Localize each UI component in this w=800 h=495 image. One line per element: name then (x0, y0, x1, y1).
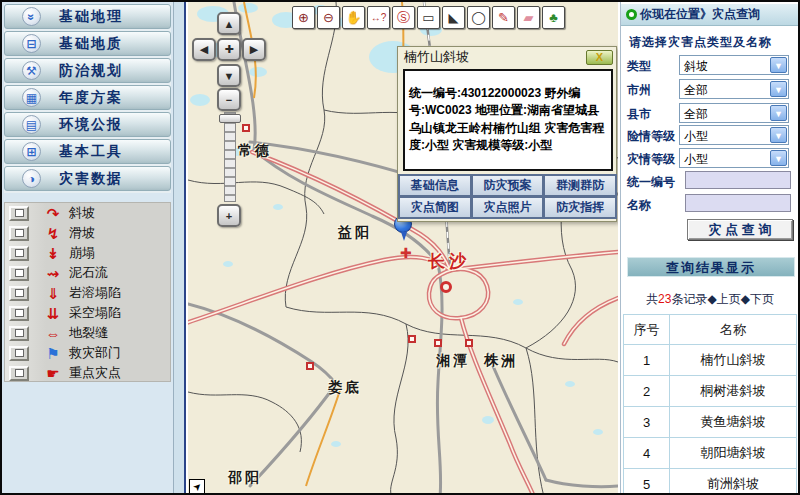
site-marker[interactable] (242, 124, 250, 132)
landslide-icon: ↯ (43, 226, 63, 241)
sidebar-item-prevention-planning[interactable]: ⚒ 防治规划 (4, 58, 171, 83)
measure-distance-button[interactable]: ↔? (367, 6, 390, 29)
form-title: 请选择灾害点类型及名称 (629, 34, 772, 51)
zoom-out-icon: ⊖ (323, 10, 334, 25)
basic-info-button[interactable]: 基础信息 (398, 174, 472, 197)
site-marker[interactable] (465, 339, 473, 347)
chevron-down-icon[interactable]: ▼ (770, 105, 787, 121)
layer-row-landslide: ↯ 滑坡 (5, 223, 170, 243)
city-label-changsha: 长沙 (428, 250, 470, 273)
layer-checkbox[interactable] (9, 346, 29, 361)
sidebar-item-label: 年度方案 (59, 89, 123, 107)
disaster-photo-button[interactable]: 灾点照片 (471, 196, 545, 219)
zoom-slider-handle[interactable] (219, 114, 241, 123)
rectangle-select-icon: ▭ (422, 10, 434, 25)
city-label-xiangtan: 湘潭 (436, 352, 470, 370)
site-marker[interactable] (306, 362, 314, 370)
pan-right-button[interactable]: ▶ (242, 38, 266, 61)
overview-arrow-icon[interactable]: ➤ (189, 479, 205, 494)
layer-checkbox[interactable] (9, 326, 29, 341)
select-polygon-button[interactable]: ◣ (442, 6, 465, 29)
sidebar-item-basic-geography[interactable]: » 基础地理 (4, 4, 171, 29)
pan-left-button[interactable]: ◀ (192, 38, 216, 61)
sidebar-item-basic-geology[interactable]: ⊟ 基础地质 (4, 31, 171, 56)
results-table: 序号 名称 1 楠竹山斜坡 2 桐树港斜坡 3 黄鱼塘斜坡 4 朝阳塘斜坡 (623, 314, 797, 495)
sidebar-item-label: 基本工具 (59, 143, 123, 161)
layer-checkbox[interactable] (9, 206, 29, 221)
chevron-down-icon[interactable]: ▼ (770, 81, 787, 97)
zoom-out-step-button[interactable]: − (217, 88, 241, 111)
mining-collapse-icon: ⇊ (43, 306, 63, 321)
result-row[interactable]: 2 桐树港斜坡 (624, 376, 797, 407)
draw-line-button[interactable]: ✎ (492, 6, 515, 29)
pan-down-button[interactable]: ▼ (217, 64, 241, 87)
zoom-in-tool-button[interactable]: ⊕ (292, 6, 315, 29)
group-monitoring-button[interactable]: 群测群防 (543, 174, 617, 197)
select-rectangle-button[interactable]: ▭ (417, 6, 440, 29)
chevron-down-icon[interactable]: ▼ (770, 57, 787, 73)
site-marker[interactable] (408, 335, 416, 343)
type-select[interactable]: 斜坡 ▼ (679, 55, 789, 75)
prefecture-select[interactable]: 全部 ▼ (679, 79, 789, 99)
sidebar-item-disaster-data[interactable]: ◑ 灾害数据 (4, 166, 171, 191)
zoom-slider[interactable] (224, 112, 236, 202)
scale-tool-button[interactable]: Ⓢ (392, 6, 415, 29)
chevron-down-icon[interactable]: ▼ (770, 127, 787, 143)
sidebar-item-environment-bulletin[interactable]: ▤ 环境公报 (4, 112, 171, 137)
eraser-button[interactable]: ▰ (517, 6, 540, 29)
record-count: 23 (658, 292, 671, 306)
layer-checkbox[interactable] (9, 246, 29, 261)
site-marker[interactable] (434, 339, 442, 347)
name-input[interactable] (685, 194, 791, 212)
sidebar-map-splitter[interactable] (174, 2, 186, 493)
layer-checkbox[interactable] (9, 286, 29, 301)
pencil-icon: ✎ (498, 10, 509, 25)
layer-checkbox[interactable] (9, 306, 29, 321)
scale-icon: Ⓢ (397, 9, 410, 27)
risk-level-select[interactable]: 小型 ▼ (679, 125, 789, 145)
city-label-loudi: 娄底 (328, 379, 362, 397)
sidebar-item-annual-plan[interactable]: ▦ 年度方案 (4, 85, 171, 110)
layer-checkbox[interactable] (9, 226, 29, 241)
collapse-icon: ↡ (43, 246, 63, 261)
popup-title: 楠竹山斜坡 (398, 47, 616, 67)
zoom-out-tool-button[interactable]: ⊖ (317, 6, 340, 29)
pan-center-button[interactable]: ✚ (217, 38, 241, 61)
layer-checkbox[interactable] (9, 266, 29, 281)
form-row-county: 县市 全部 ▼ (621, 103, 799, 123)
next-page-link[interactable]: ◆下页 (741, 292, 774, 306)
debris-flow-icon: ⇝ (43, 266, 63, 281)
disaster-level-select[interactable]: 小型 ▼ (679, 148, 789, 168)
form-row-risk-level: 险情等级 小型 ▼ (621, 125, 799, 145)
unified-code-input[interactable] (685, 171, 791, 189)
result-row[interactable]: 5 前洲斜坡 (624, 469, 797, 495)
select-circle-button[interactable]: ◯ (467, 6, 490, 29)
layer-row-collapse: ↡ 崩塌 (5, 243, 170, 263)
chevrons-down-icon: » (22, 7, 41, 26)
pan-tool-button[interactable]: ✋ (342, 6, 365, 29)
map-viewport[interactable]: 常德 益阳 长沙 湘潭 株洲 娄底 邵阳 ✚ ➤ ▲ ◀ ✚ ▶ ▼ − + ⊕… (188, 2, 618, 495)
county-select[interactable]: 全部 ▼ (679, 103, 789, 123)
prev-page-link[interactable]: ◆上页 (707, 292, 740, 306)
disaster-point-marker[interactable] (440, 281, 452, 293)
popup-button-grid: 基础信息 防灾预案 群测群防 灾点简图 灾点照片 防灾指挥 (399, 175, 617, 219)
city-label-yiyang: 益阳 (338, 224, 372, 242)
chevron-down-icon[interactable]: ▼ (770, 150, 787, 166)
query-button[interactable]: 灾 点 查 询 (687, 219, 793, 240)
green-dot-icon (626, 9, 637, 20)
ground-fissure-icon: ⇔ (43, 326, 63, 341)
prevention-command-button[interactable]: 防灾指挥 (543, 196, 617, 219)
layer-row-debris-flow: ⇝ 泥石流 (5, 263, 170, 283)
result-row[interactable]: 1 楠竹山斜坡 (624, 345, 797, 376)
result-row[interactable]: 4 朝阳塘斜坡 (624, 438, 797, 469)
zoom-in-step-button[interactable]: + (217, 204, 241, 227)
pan-up-button[interactable]: ▲ (217, 12, 241, 35)
monitor-icon: ⊟ (22, 34, 41, 53)
popup-close-button[interactable]: X (586, 50, 613, 65)
result-row[interactable]: 3 黄鱼塘斜坡 (624, 407, 797, 438)
layer-checkbox[interactable] (9, 366, 29, 381)
disaster-sketch-button[interactable]: 灾点简图 (398, 196, 472, 219)
full-extent-button[interactable]: ♣ (542, 6, 565, 29)
sidebar-item-basic-tools[interactable]: ⊞ 基本工具 (4, 139, 171, 164)
disaster-prevention-plan-button[interactable]: 防灾预案 (471, 174, 545, 197)
